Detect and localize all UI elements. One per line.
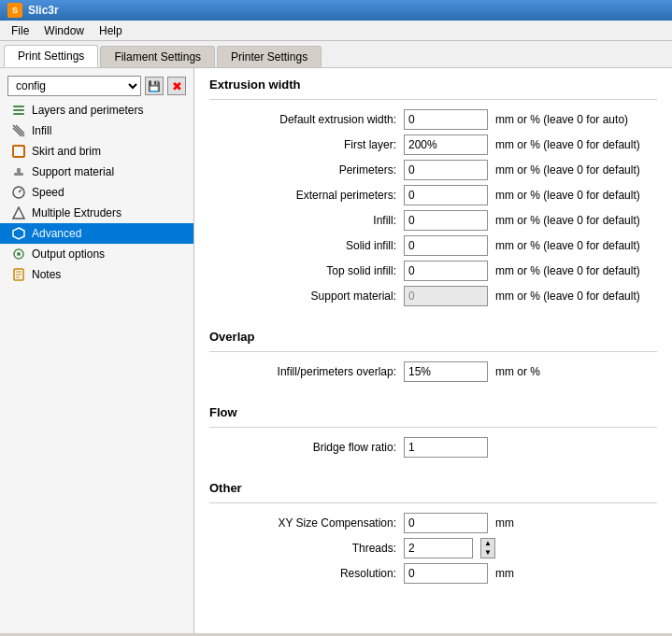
save-config-button[interactable]: 💾 (145, 77, 164, 95)
svg-line-3 (13, 125, 24, 136)
field-resolution: Resolution: mm (209, 563, 657, 584)
field-top-solid-infill: Top solid infill: mm or % (leave 0 for d… (209, 261, 657, 281)
input-threads[interactable] (404, 538, 473, 558)
tab-filament-settings[interactable]: Filament Settings (100, 46, 215, 67)
sidebar-item-extruders-label: Multiple Extruders (32, 206, 122, 219)
sidebar-item-output[interactable]: Output options (0, 244, 193, 264)
field-label-infill-overlap: Infill/perimeters overlap: (209, 365, 396, 378)
svg-rect-2 (13, 113, 24, 115)
sidebar-item-skirt-label: Skirt and brim (32, 145, 101, 158)
input-external-perimeters[interactable] (404, 185, 488, 205)
threads-decrement-button[interactable]: ▼ (481, 548, 494, 558)
config-select[interactable]: config (7, 76, 141, 96)
input-default-extrusion-width[interactable] (404, 109, 488, 130)
flow-section: Flow Bridge flow ratio: (194, 396, 672, 472)
field-label-threads: Threads: (209, 542, 396, 555)
input-infill[interactable] (404, 210, 488, 231)
sidebar-item-advanced[interactable]: Advanced (0, 223, 193, 244)
field-label-support-material: Support material: (209, 290, 396, 303)
field-label-bridge-flow: Bridge flow ratio: (209, 441, 396, 454)
hint-perimeters: mm or % (leave 0 for default) (495, 163, 640, 177)
hint-external-perimeters: mm or % (leave 0 for default) (495, 189, 640, 202)
section-divider-1 (209, 99, 657, 100)
app-title: Slic3r (28, 4, 59, 17)
field-label-top-solid-infill: Top solid infill: (209, 264, 396, 277)
field-infill-overlap: Infill/perimeters overlap: mm or % (209, 361, 657, 382)
threads-spinner: ▲ ▼ (480, 538, 495, 558)
input-perimeters[interactable] (404, 160, 488, 180)
section-divider-3 (209, 427, 657, 428)
hint-resolution: mm (495, 567, 514, 580)
section-divider-4 (209, 502, 657, 503)
input-infill-overlap[interactable] (404, 361, 488, 382)
input-solid-infill[interactable] (404, 235, 488, 256)
field-threads: Threads: ▲ ▼ (209, 538, 657, 558)
hint-infill: mm or % (leave 0 for default) (495, 214, 640, 227)
sidebar-item-output-label: Output options (32, 247, 105, 261)
svg-rect-0 (13, 106, 24, 107)
input-support-material (404, 286, 488, 306)
sidebar-item-layers[interactable]: Layers and perimeters (0, 100, 193, 120)
sidebar-item-support[interactable]: Support material (0, 162, 193, 182)
svg-rect-7 (14, 173, 23, 176)
infill-icon (11, 123, 26, 138)
overlap-title: Overlap (209, 330, 657, 344)
sidebar-item-advanced-label: Advanced (32, 227, 81, 240)
sidebar-item-support-label: Support material (32, 165, 114, 178)
threads-increment-button[interactable]: ▲ (481, 539, 494, 548)
sidebar-item-notes-label: Notes (32, 268, 61, 281)
field-external-perimeters: External perimeters: mm or % (leave 0 fo… (209, 185, 657, 205)
support-icon (11, 164, 26, 179)
sidebar-item-layers-label: Layers and perimeters (32, 104, 143, 117)
output-icon (11, 247, 26, 261)
sidebar-item-extruders[interactable]: Multiple Extruders (0, 203, 193, 223)
field-default-extrusion-width: Default extrusion width: mm or % (leave … (209, 109, 657, 130)
hint-infill-overlap: mm or % (495, 365, 540, 378)
advanced-icon (11, 226, 26, 241)
menu-window[interactable]: Window (36, 22, 92, 39)
field-label-solid-infill: Solid infill: (209, 239, 396, 252)
tab-print-settings[interactable]: Print Settings (4, 45, 98, 67)
field-label-external-perimeters: External perimeters: (209, 189, 396, 202)
input-first-layer[interactable] (404, 134, 488, 155)
hint-first-layer: mm or % (leave 0 for default) (495, 138, 640, 151)
hint-top-solid-infill: mm or % (leave 0 for default) (495, 264, 640, 277)
field-infill: Infill: mm or % (leave 0 for default) (209, 210, 657, 231)
field-solid-infill: Solid infill: mm or % (leave 0 for defau… (209, 235, 657, 256)
sidebar-item-speed[interactable]: Speed (0, 182, 193, 203)
input-xy-size[interactable] (404, 513, 488, 533)
svg-point-13 (17, 252, 21, 256)
field-support-material: Support material: mm or % (leave 0 for d… (209, 286, 657, 306)
skirt-icon (11, 144, 26, 159)
sidebar-item-infill[interactable]: Infill (0, 120, 193, 141)
input-resolution[interactable] (404, 563, 488, 584)
svg-rect-1 (13, 109, 24, 111)
remove-config-button[interactable]: ✖ (167, 77, 186, 95)
menu-bar: File Window Help (0, 21, 672, 41)
svg-rect-6 (13, 146, 24, 157)
svg-line-10 (19, 190, 21, 192)
main-layout: config 💾 ✖ Layers and perimeters (0, 68, 672, 633)
menu-file[interactable]: File (4, 22, 36, 39)
field-label-perimeters: Perimeters: (209, 163, 396, 177)
content-area: Extrusion width Default extrusion width:… (194, 68, 672, 633)
input-top-solid-infill[interactable] (404, 261, 488, 281)
field-label-xy-size: XY Size Compensation: (209, 516, 396, 530)
sidebar-item-notes[interactable]: Notes (0, 264, 193, 285)
menu-help[interactable]: Help (92, 22, 130, 39)
sidebar-item-infill-label: Infill (32, 124, 51, 137)
sidebar-item-skirt[interactable]: Skirt and brim (0, 141, 193, 162)
field-label-default-extrusion: Default extrusion width: (209, 113, 396, 126)
other-section: Other XY Size Compensation: mm Threads: … (194, 472, 672, 598)
overlap-section: Overlap Infill/perimeters overlap: mm or… (194, 320, 672, 396)
notes-icon (11, 267, 26, 282)
hint-support-material: mm or % (leave 0 for default) (495, 290, 640, 303)
extrusion-width-title: Extrusion width (209, 78, 657, 92)
tab-printer-settings[interactable]: Printer Settings (217, 46, 322, 67)
svg-rect-8 (17, 168, 21, 173)
field-label-infill: Infill: (209, 214, 396, 227)
input-bridge-flow[interactable] (404, 437, 488, 458)
sidebar: config 💾 ✖ Layers and perimeters (0, 68, 194, 633)
hint-xy-size: mm (495, 516, 514, 530)
title-bar: S Slic3r (0, 0, 672, 21)
